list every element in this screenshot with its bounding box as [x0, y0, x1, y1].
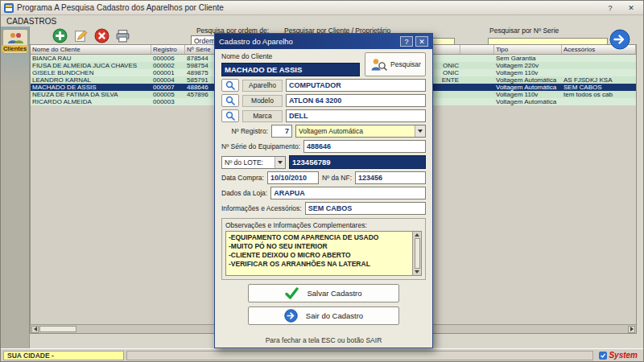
cell-nome: BIANCA RAU [31, 55, 151, 62]
obs-line: -CLIENTE DEIXOU O MICRO ABERTO [229, 251, 410, 260]
window-close-button[interactable]: ✕ [622, 2, 640, 14]
cell-hidden2 [460, 84, 494, 91]
pesquisar-button-label: Pesquisar [390, 60, 421, 68]
delete-button[interactable] [93, 27, 110, 43]
col-header-tipo[interactable]: Tipo [494, 45, 562, 54]
brand-icon [599, 352, 607, 360]
cell-acessorios [562, 62, 636, 69]
obs-line: -EQUIPAMENTO COM APARENCIA DE USADO [229, 233, 410, 242]
chevron-down-icon [275, 157, 285, 168]
acessorios-label: Informações e Acessórios: [221, 204, 302, 212]
vertical-scrollbar[interactable] [412, 232, 421, 275]
aparelho-lookup-button[interactable] [221, 79, 239, 92]
print-button[interactable] [114, 27, 131, 43]
dialog-footer-hint: Para fechar a tela ESC ou botão SAIR [221, 335, 426, 344]
loja-field[interactable] [270, 187, 426, 200]
registro-label: Nº Registro: [221, 127, 268, 135]
cell-hidden2 [460, 76, 494, 84]
data-compra-label: Data Compra: [221, 174, 264, 182]
scrollbar-thumb[interactable] [415, 238, 420, 269]
acessorios-field[interactable] [305, 202, 426, 215]
pesquisar-button[interactable]: Pesquisar [365, 52, 426, 76]
cell-hidden2 [460, 98, 494, 105]
scroll-left-icon[interactable] [31, 326, 39, 333]
cell-nome: LEANDRO KARNAL [31, 76, 151, 84]
aparelho-field[interactable] [286, 79, 426, 92]
cell-nome: RICARDO ALMEIDA [31, 98, 151, 105]
delete-icon [94, 28, 109, 43]
sair-cadastro-button[interactable]: Sair do Cadastro [248, 306, 399, 325]
add-button[interactable] [51, 27, 68, 43]
cell-acessorios: AS FJSDKJ KSA [562, 76, 636, 84]
col-header-registro[interactable]: Registro [151, 45, 185, 54]
salvar-button-label: Salvar Cadastro [307, 289, 361, 298]
cell-registro: 000004 [151, 76, 185, 84]
cell-hidden2 [460, 91, 494, 98]
modelo-lookup-button[interactable] [221, 94, 239, 107]
status-spacer [126, 351, 593, 360]
aparelho-label: Aparelho [242, 80, 283, 92]
nome-cliente-field[interactable] [221, 63, 360, 76]
cell-registro: 000001 [151, 69, 185, 76]
nome-cliente-label: Nome do Cliente [221, 52, 360, 60]
scrollbar-thumb[interactable] [39, 326, 76, 332]
window-help-button[interactable]: ? [601, 2, 619, 14]
cell-hidden2 [460, 55, 494, 62]
nf-field[interactable] [355, 171, 426, 184]
dialog-title-bar[interactable]: Cadastro do Aparelho ? ✕ [215, 34, 432, 49]
lote-select[interactable]: Nº do LOTE: [221, 156, 286, 169]
sidebar: Clientes [1, 27, 30, 348]
app-icon [4, 3, 14, 13]
data-compra-field[interactable] [267, 171, 319, 184]
menu-cadastros[interactable]: CADASTROS [6, 17, 56, 26]
cell-registro: 000007 [151, 84, 185, 91]
cell-tipo: Voltagem 220v [494, 62, 562, 69]
cell-acessorios [562, 69, 636, 76]
col-header-nome[interactable]: Nome do Cliente [31, 45, 151, 54]
edit-button[interactable] [72, 27, 89, 43]
sidebar-item-clientes[interactable]: Clientes [2, 29, 28, 54]
app-window: Programa A Pesquisa Cadastro dos Aparelh… [0, 0, 644, 362]
marca-label: Marca [242, 110, 283, 122]
status-bar: SUA CIDADE - System [1, 348, 643, 361]
scroll-up-icon[interactable] [415, 233, 419, 237]
search-icon [225, 80, 236, 90]
dialog-body: Nome do Cliente Pesquisar Aparelho [215, 49, 432, 348]
col-header-hidden2 [460, 45, 494, 54]
modelo-label: Modelo [242, 95, 283, 107]
cell-acessorios [562, 98, 636, 105]
search-icon [225, 96, 236, 105]
marca-field[interactable] [286, 109, 426, 122]
cell-tipo: Voltagem Automática [494, 76, 562, 84]
voltagem-select[interactable]: Voltagem Automática [295, 125, 426, 138]
cell-nome: GISELE BUNDCHEN [31, 69, 151, 76]
scroll-right-icon[interactable] [628, 326, 635, 333]
search-icon [225, 111, 236, 121]
check-icon [285, 287, 299, 299]
sidebar-item-clientes-label: Clientes [2, 45, 28, 52]
registro-field[interactable] [271, 125, 292, 138]
search-go-button[interactable] [609, 29, 630, 50]
salvar-cadastro-button[interactable]: Salvar Cadastro [248, 284, 399, 302]
cell-acessorios: tem todos os cab [562, 91, 636, 98]
nf-label: Nº da NF: [322, 174, 352, 182]
cell-registro: 000005 [151, 91, 185, 98]
observacoes-groupbox: Observações e Informações Complementares… [221, 218, 426, 280]
dialog-help-button[interactable]: ? [400, 36, 413, 47]
loja-label: Dados da Loja: [221, 189, 267, 197]
scroll-down-icon[interactable] [415, 270, 419, 274]
chevron-down-icon [415, 125, 425, 137]
modelo-field[interactable] [286, 94, 426, 107]
toolbar-icons [51, 27, 131, 43]
menu-bar: CADASTROS [1, 15, 643, 27]
obs-line: -MUITO PÓ NO SEU INTERIOR [229, 242, 410, 251]
cell-tipo: Voltagem 110v [494, 91, 562, 98]
cell-tipo: Sem Garantia [494, 55, 562, 62]
print-icon [115, 28, 130, 43]
dialog-close-button[interactable]: ✕ [415, 36, 428, 47]
cell-acessorios [562, 55, 636, 62]
serie-equipamento-field[interactable] [303, 140, 426, 153]
marca-lookup-button[interactable] [221, 109, 239, 122]
observacoes-textarea[interactable]: -EQUIPAMENTO COM APARENCIA DE USADO -MUI… [225, 231, 422, 276]
lote-field[interactable] [289, 155, 426, 169]
